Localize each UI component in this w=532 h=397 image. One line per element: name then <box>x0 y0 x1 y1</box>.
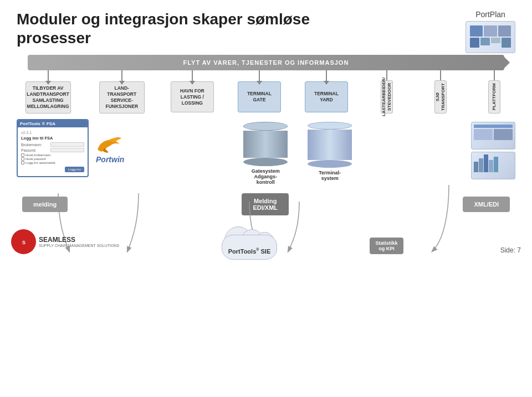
right-screenshot-boxes <box>471 122 515 179</box>
footer: S SEAMLESS SUPPLY CHAIN MANAGEMENT SOLUT… <box>11 229 119 254</box>
seamless-text: SEAMLESS SUPPLY CHAIN MANAGEMENT SOLUTIO… <box>39 236 119 248</box>
svg-text:S: S <box>22 240 25 245</box>
col-box-terminal-gate: TERMINAL GATE <box>238 81 281 112</box>
melding-box: melding <box>22 197 68 212</box>
bottom-flow-area: melding MeldingEDI/XML XML/EDI <box>11 193 521 215</box>
column-plattform: PLATTFORM <box>467 70 521 112</box>
column-lastearbeider: LASTEARBEIDER/ STEVEDOOR <box>360 70 413 112</box>
col-box-terminal-yard: TERMINAL YARD <box>305 81 348 112</box>
seamless-logo: S SEAMLESS SUPPLY CHAIN MANAGEMENT SOLUT… <box>11 229 119 254</box>
portwin-logo-text: ⬝ Portwin <box>93 155 124 164</box>
portwin-bird-icon <box>95 136 122 155</box>
melding-edi-box: MeldingEDI/XML <box>242 193 289 215</box>
screenshot-box-1 <box>471 122 515 149</box>
terminal-system-cylinder: Terminal-system <box>308 122 352 181</box>
porttools-sie-area: PortTools® SIE <box>213 221 285 260</box>
statistikk-box: Statistikkog KPI <box>370 238 403 254</box>
bottom-boxes-row: melding MeldingEDI/XML XML/EDI <box>11 193 521 215</box>
flow-band: FLYT AV VARER, TJENESTER OG INFORMASJON <box>28 55 504 70</box>
screenshot-box-2 <box>471 152 515 179</box>
portwin-area: ⬝ Portwin <box>93 136 124 164</box>
col-box-plattform: PLATTFORM <box>469 81 519 112</box>
xml-edi-box: XML/EDI <box>463 197 510 212</box>
portplan-logo: PortPlan <box>466 10 515 53</box>
col-box-lastearbeider: LASTEARBEIDER/ STEVEDOOR <box>362 81 412 112</box>
column-sjo-transport: SJØ TRANSPORT <box>413 70 467 112</box>
col-box-tilbyder: TILBYDER AV LANDTRANSPORT SAMLASTING MEL… <box>25 81 71 114</box>
ptfsa-header: PortTools ® FSA <box>18 120 88 127</box>
seamless-icon: S <box>11 229 36 254</box>
column-terminal-gate: TERMINAL GATE <box>226 70 293 112</box>
page-number: Side: 7 <box>500 246 521 254</box>
cloud-shape: PortTools® SIE <box>213 221 285 260</box>
column-tilbyder: TILBYDER AV LANDTRANSPORT SAMLASTING MEL… <box>11 70 85 114</box>
col-box-havn: HAVN FOR LASTING / LOSSING <box>171 81 214 112</box>
page-title: Moduler og integrasjon skaper sømløse pr… <box>17 10 515 47</box>
portplan-screenshot <box>466 21 515 53</box>
porttools-fsa-box: PortTools ® FSA v2.3.1 Logg inn til FSA … <box>17 119 89 177</box>
statistikk-area: Statistikkog KPI <box>370 238 403 254</box>
gatesystem-cylinder: GatesystemAdgangs-kontroll <box>243 122 288 185</box>
column-havn: HAVN FOR LASTING / LOSSING <box>158 70 226 112</box>
column-terminal-yard: TERMINAL YARD <box>293 70 360 112</box>
column-landtransport: LAND- TRANSPORT SERVICE- FUNKSJONER <box>85 70 158 114</box>
col-box-sjo-transport: SJØ TRANSPORT <box>416 81 466 112</box>
columns-row: TILBYDER AV LANDTRANSPORT SAMLASTING MEL… <box>11 70 521 114</box>
col-box-landtransport: LAND- TRANSPORT SERVICE- FUNKSJONER <box>99 81 145 114</box>
